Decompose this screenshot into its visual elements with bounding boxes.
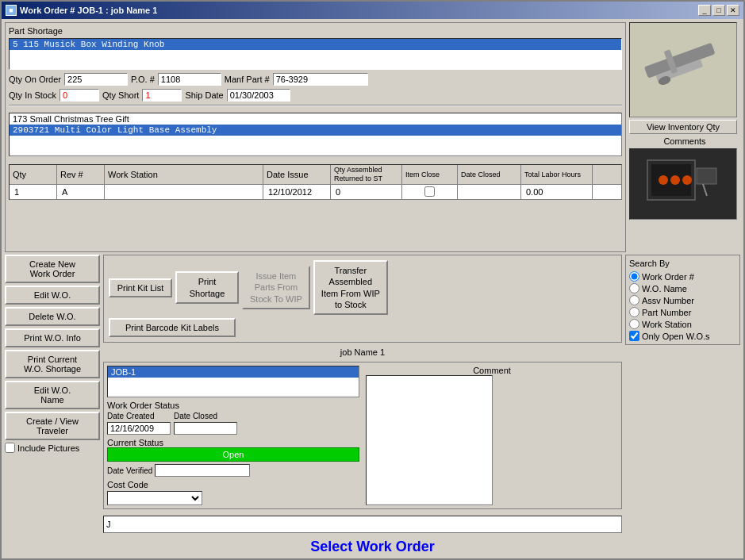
j-search-input[interactable] [103,516,622,533]
manf-input[interactable] [273,73,368,86]
search-by-box: Search By Work Order # W.O. Name Assv Nu… [625,255,740,345]
print-current-shortage-button[interactable]: Print Current W.O. Shortage [5,350,100,378]
dateclosed-cell-input[interactable] [461,187,517,197]
col-qtyasm-header: Qty Assembled Returned to ST [331,165,402,184]
wo-list-box[interactable]: JOB-1 [107,366,359,397]
create-view-traveler-button[interactable]: Create / View Traveler [5,412,100,440]
date-verified-input[interactable] [155,464,250,477]
issue-item-button[interactable]: Issue Item Parts From Stock To WIP [242,266,310,309]
image-box-1 [629,22,737,117]
print-barcode-button[interactable]: Print Barcode Kit Labels [109,318,236,337]
cost-code-select[interactable] [107,491,202,505]
rev-cell-input[interactable] [60,187,101,197]
title-bar: ■ Work Order # JOB-1 : job Name 1 _ □ ✕ [2,2,743,19]
qty-short-input[interactable] [142,89,182,102]
qty-in-stock-input[interactable] [60,89,99,102]
grid-section: Qty Rev # Work Station Date Issue Qty As… [9,164,622,200]
radio-part-input[interactable] [629,307,639,317]
shortage-item-selected[interactable]: 2903721 Multi Color Light Base Assembly [10,125,621,136]
delete-wo-button[interactable]: Delete W.O. [5,307,100,326]
svg-line-10 [703,184,707,196]
radio-work-order-input[interactable] [629,271,639,282]
radio-work-order-label: Work Order # [642,272,694,282]
col-dateclosed-header: Date Closed [458,165,521,184]
shortage-row-1[interactable]: 5 115 Musick Box Winding Knob [10,39,621,50]
current-status-label: Current Status [107,438,359,447]
cell-itemclose[interactable] [402,185,458,199]
qtyasm-cell-input[interactable] [334,187,398,197]
radio-wo-name-label: W.O. Name [642,284,687,293]
maximize-button[interactable]: □ [712,5,725,16]
shortage-list-bottom[interactable]: 173 Small Christmas Tree Gift 2903721 Mu… [9,113,622,156]
view-inventory-qty-button[interactable]: View Inventory Qty [629,120,737,134]
bottom-section: Create New Work Order Edit W.O. Delete W… [5,255,740,533]
left-buttons: Create New Work Order Edit W.O. Delete W… [5,255,100,533]
job-name-display: job Name 1 [103,346,622,359]
col-rev-header: Rev # [57,165,105,184]
title-bar-left: ■ Work Order # JOB-1 : job Name 1 [6,5,157,16]
itemclose-checkbox[interactable] [405,186,454,197]
main-window: ■ Work Order # JOB-1 : job Name 1 _ □ ✕ … [0,0,745,560]
close-button[interactable]: ✕ [727,5,739,16]
ship-date-input[interactable] [227,89,290,102]
radio-work-order: Work Order # [629,271,736,282]
edit-wo-name-button[interactable]: Edit W.O. Name [5,381,100,409]
cell-date[interactable] [263,185,331,199]
date-closed-label: Date Closed [174,412,237,420]
radio-assv-input[interactable] [629,295,639,305]
po-input[interactable] [158,73,221,86]
radio-assv-label: Assv Number [642,296,694,305]
date-closed-group: Date Closed [174,412,237,435]
cell-rev[interactable] [57,185,105,199]
date-created-label: Date Created [107,412,171,420]
include-pictures-checkbox[interactable] [5,443,15,453]
col-itemclose-header: Item Close [402,165,458,184]
radio-part-label: Part Number [642,308,691,317]
date-cell-input[interactable] [267,187,327,197]
cell-labor[interactable] [521,185,593,199]
minimize-button[interactable]: _ [698,5,711,16]
cell-ws[interactable] [105,185,263,199]
ws-cell-input[interactable] [108,187,259,197]
labor-cell-input[interactable] [524,187,589,197]
cell-qtyasm[interactable] [331,185,402,199]
shortage-list-top[interactable]: 5 115 Musick Box Winding Knob [9,38,622,70]
grid-row-1 [10,185,621,199]
image-box-2 [629,148,737,220]
date-verified-label: Date Verified [107,466,152,475]
include-pictures-label: Include Pictures [17,443,79,453]
status-open-badge: Open [107,447,359,462]
wo-list-item[interactable]: JOB-1 [108,366,359,378]
cell-dateclosed[interactable] [458,185,521,199]
date-created-input[interactable] [107,422,171,435]
comment-label: Comment [366,366,618,375]
edit-wo-button[interactable]: Edit W.O. [5,286,100,305]
transfer-assembled-button[interactable]: Transfer Assembled Item From WIP to Stoc… [313,260,388,315]
wo-status-fields: Date Created Date Closed [107,412,359,435]
print-shortage-button[interactable]: Print Shortage [175,271,239,304]
cell-qty[interactable] [10,185,57,199]
create-new-wo-button[interactable]: Create New Work Order [5,255,100,283]
print-kit-list-button[interactable]: Print Kit List [109,278,172,297]
top-section: Part Shortage 5 115 Musick Box Winding K… [5,22,740,252]
ship-date-label: Ship Date [185,90,223,100]
wo-status-title: Work Order Status [107,401,359,410]
app-icon: ■ [6,5,17,16]
date-created-group: Date Created [107,412,171,435]
print-wo-info-button[interactable]: Print W.O. Info [5,328,100,347]
qty-on-order-input[interactable] [64,73,128,86]
shortage-item-plain[interactable]: 173 Small Christmas Tree Gift [10,113,621,125]
radio-wo-name-input[interactable] [629,283,639,293]
comment-textarea[interactable] [366,375,493,505]
right-panel: Search By Work Order # W.O. Name Assv Nu… [625,255,740,533]
grid-header: Qty Rev # Work Station Date Issue Qty As… [10,165,621,185]
radio-ws-input[interactable] [629,319,639,329]
qty-cell-input[interactable] [13,187,53,197]
qty-in-stock-label: Qty In Stock [9,90,56,100]
image-panel: View Inventory Qty Comments [629,22,740,252]
col-qty-header: Qty [10,165,57,184]
date-closed-input[interactable] [174,422,237,435]
only-open-checkbox[interactable] [629,331,639,341]
col-date-header: Date Issue [263,165,331,184]
only-open-label: Only Open W.O.s [642,332,710,341]
